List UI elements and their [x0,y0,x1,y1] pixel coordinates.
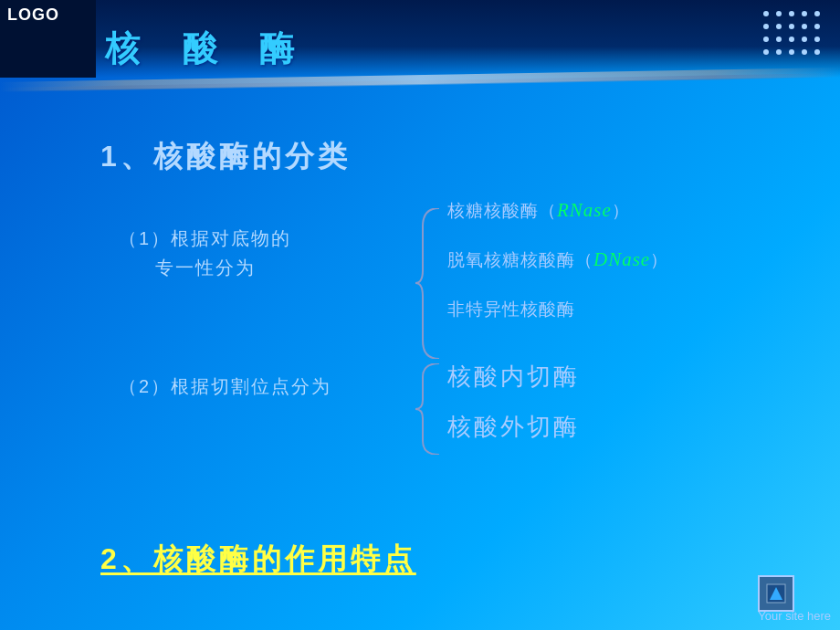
logo-box: LOGO [0,0,96,78]
group1-item-rnase: 核糖核酸酶（RNase） [447,199,668,223]
group2-label: （2）根据切割位点分为 [119,374,331,399]
nav-arrow-icon [765,583,787,604]
rnase-label-suffix: ） [612,201,630,220]
group2-item-endonuclease: 核酸内切酶 [447,361,580,393]
group1-item-dnase: 脱氧核糖核酸酶（DNase） [447,248,668,272]
exonuclease-label: 核酸外切酶 [447,413,580,440]
group1-label-line1: （1）根据对底物的 [119,224,291,253]
dot-grid-decoration [763,11,824,58]
brace2-svg [414,363,446,455]
section1-heading: 1、核酸酶的分类 [100,137,351,177]
group1-item-nonspecific: 非特异性核酸酶 [447,298,668,321]
group1-items: 核糖核酸酶（RNase） 脱氧核糖核酸酶（DNase） 非特异性核酸酶 [447,199,668,347]
slide-title: 核 酸 酶 [105,26,310,72]
group1-label: （1）根据对底物的 专一性分为 [119,224,291,282]
nonspecific-label: 非特异性核酸酶 [447,299,575,319]
main-content: 1、核酸酶的分类 （1）根据对底物的 专一性分为 核糖核酸酶（RNase） 脱氧… [0,100,840,612]
dnase-label-prefix: 脱氧核糖核酸酶（ [447,250,593,269]
decorative-lines [0,75,840,91]
nav-icon[interactable] [758,575,794,612]
site-label: Your site here [758,609,831,623]
dnase-label-suffix: ） [650,250,668,269]
group2-items: 核酸内切酶 核酸外切酶 [447,361,580,461]
dnase-highlight: DNase [593,248,650,270]
logo-text: LOGO [7,5,59,25]
endonuclease-label: 核酸内切酶 [447,362,580,390]
rnase-highlight: RNase [557,199,612,221]
group2-item-exonuclease: 核酸外切酶 [447,411,580,443]
section2-heading[interactable]: 2、核酸酶的作用特点 [100,540,416,580]
group1-label-line2: 专一性分为 [119,253,291,282]
brace1-svg [414,208,446,359]
rnase-label-prefix: 核糖核酸酶（ [447,201,557,220]
